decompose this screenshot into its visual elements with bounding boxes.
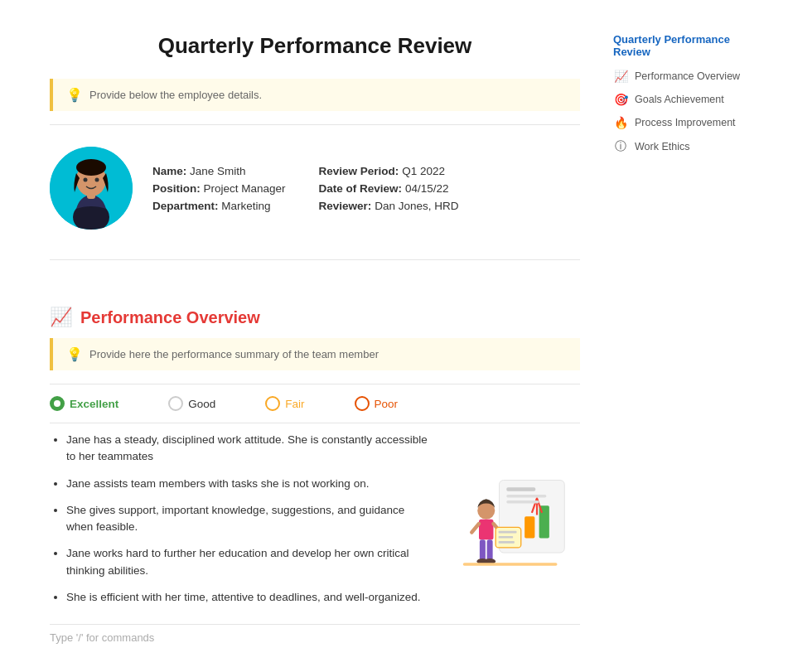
hint-icon: 💡 — [66, 87, 83, 103]
divider-1 — [50, 124, 580, 125]
page-title: Quarterly Performance Review — [50, 33, 580, 59]
radio-good[interactable] — [168, 396, 183, 411]
divider-2 — [50, 259, 580, 260]
sidebar-item-goals[interactable]: 🎯 Goals Achievement — [613, 93, 762, 106]
rating-good[interactable]: Good — [168, 396, 215, 411]
svg-rect-8 — [525, 516, 534, 538]
bullet-item: Jane has a steady, disciplined work atti… — [66, 432, 431, 466]
rating-good-label: Good — [188, 398, 215, 410]
performance-bullets: Jane has a steady, disciplined work atti… — [50, 432, 431, 616]
svg-rect-25 — [499, 536, 514, 539]
performance-hint-box: 💡 Provide here the performance summary o… — [50, 338, 580, 370]
radio-fair[interactable] — [265, 396, 280, 411]
performance-overview-icon: 📈 — [50, 307, 72, 328]
avatar-image — [50, 147, 133, 230]
employee-section: Name: Jane Smith Position: Project Manag… — [50, 138, 580, 246]
svg-rect-18 — [480, 539, 486, 560]
sidebar-goals-icon: 🎯 — [613, 93, 628, 106]
svg-point-5 — [84, 178, 88, 182]
sidebar-ethics-label: Work Ethics — [635, 141, 689, 152]
performance-overview-title: Performance Overview — [80, 308, 260, 327]
bullet-item: Jane works hard to further her education… — [66, 545, 431, 579]
rating-fair[interactable]: Fair — [265, 396, 304, 411]
svg-rect-19 — [487, 539, 493, 560]
sidebar-performance-icon: 📈 — [613, 70, 628, 83]
avatar — [50, 147, 133, 230]
rating-excellent-label: Excellent — [70, 398, 118, 410]
sidebar-process-icon: 🔥 — [613, 116, 628, 129]
svg-rect-22 — [463, 563, 558, 566]
rating-row: Excellent Good Fair Poor — [50, 384, 580, 423]
rating-poor-label: Poor — [375, 398, 399, 410]
performance-content: Jane has a steady, disciplined work atti… — [50, 432, 580, 616]
bullet-item: Jane assists team members with tasks she… — [66, 476, 431, 492]
performance-hint-icon: 💡 — [66, 346, 83, 362]
svg-rect-24 — [499, 531, 517, 534]
bullet-item: She gives support, important knowledge, … — [66, 502, 431, 536]
employee-details: Name: Jane Smith Position: Project Manag… — [152, 165, 458, 212]
performance-overview-header: 📈 Performance Overview — [50, 307, 580, 328]
performance-hint-text: Provide here the performance summary of … — [89, 348, 379, 360]
detail-col-right: Review Period: Q1 2022 Date of Review: 0… — [319, 165, 459, 212]
detail-col-left: Name: Jane Smith Position: Project Manag… — [152, 165, 286, 212]
illustration-svg — [456, 470, 572, 578]
bullet-item: She is efficient with her time, attentiv… — [66, 589, 431, 606]
type-hint: Type '/' for commands — [50, 624, 580, 644]
svg-line-16 — [471, 524, 479, 533]
hint-text: Provide below the employee details. — [89, 89, 262, 101]
sidebar-performance-label: Performance Overview — [635, 70, 740, 82]
sidebar-title: Quarterly Performance Review — [613, 33, 762, 58]
bullet-list: Jane has a steady, disciplined work atti… — [50, 432, 431, 606]
sidebar-goals-label: Goals Achievement — [635, 94, 724, 105]
svg-point-6 — [95, 178, 99, 182]
sidebar: Quarterly Performance Review 📈 Performan… — [605, 17, 771, 672]
sidebar-ethics-icon: ⓘ — [613, 139, 628, 154]
review-period: Review Period: Q1 2022 — [319, 165, 459, 177]
employee-name: Name: Jane Smith — [152, 165, 286, 177]
employee-department: Department: Marketing — [152, 200, 286, 212]
sidebar-item-process[interactable]: 🔥 Process Improvement — [613, 116, 762, 129]
employee-hint-box: 💡 Provide below the employee details. — [50, 79, 580, 111]
svg-rect-13 — [506, 500, 539, 504]
radio-excellent[interactable] — [50, 396, 65, 411]
svg-rect-15 — [479, 520, 494, 540]
svg-rect-26 — [499, 541, 515, 544]
sidebar-item-performance[interactable]: 📈 Performance Overview — [613, 70, 762, 83]
radio-poor[interactable] — [355, 396, 370, 411]
svg-rect-11 — [506, 487, 535, 491]
svg-point-4 — [76, 159, 106, 176]
rating-poor[interactable]: Poor — [355, 396, 399, 411]
employee-position: Position: Project Manager — [152, 182, 286, 195]
rating-excellent[interactable]: Excellent — [50, 396, 118, 411]
sidebar-item-ethics[interactable]: ⓘ Work Ethics — [613, 139, 762, 154]
review-date: Date of Review: 04/15/22 — [319, 182, 459, 195]
rating-fair-label: Fair — [285, 398, 304, 410]
sidebar-process-label: Process Improvement — [635, 117, 736, 128]
reviewer: Reviewer: Dan Jones, HRD — [319, 200, 459, 212]
performance-illustration — [447, 432, 580, 616]
svg-rect-12 — [506, 495, 546, 498]
